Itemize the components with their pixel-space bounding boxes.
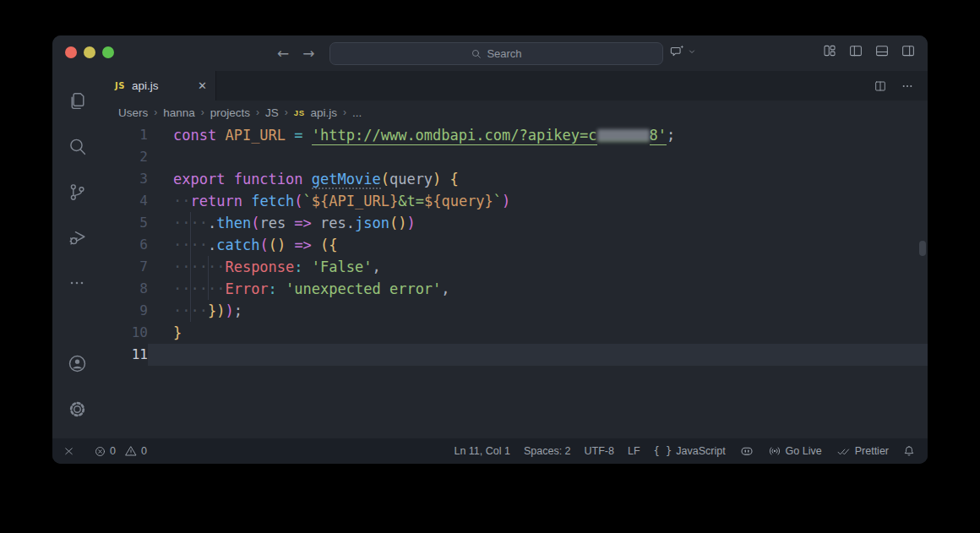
line-number[interactable]: 10 bbox=[101, 322, 148, 344]
breadcrumb: Users › hanna › projects › JS › JS api.j… bbox=[101, 101, 928, 124]
broadcast-icon bbox=[768, 444, 781, 458]
code-token: res bbox=[259, 215, 294, 231]
code-token: . bbox=[208, 215, 216, 231]
breadcrumb-separator: › bbox=[285, 106, 288, 118]
line-content[interactable] bbox=[148, 146, 928, 168]
code-line[interactable]: 10} bbox=[101, 322, 928, 344]
code-token: } bbox=[173, 324, 182, 341]
tab-close-button[interactable]: ✕ bbox=[198, 79, 207, 92]
vertical-scrollbar[interactable] bbox=[919, 241, 926, 256]
source-control-view-button[interactable] bbox=[52, 169, 101, 215]
line-number[interactable]: 6 bbox=[101, 234, 148, 256]
line-number[interactable]: 5 bbox=[101, 212, 148, 234]
code-token: 'False' bbox=[312, 258, 373, 275]
warning-icon bbox=[124, 444, 138, 458]
git-branch-icon bbox=[67, 182, 88, 203]
encoding-button[interactable]: UTF-8 bbox=[585, 445, 614, 457]
panel-bottom-icon bbox=[874, 43, 890, 58]
line-content[interactable]: ····.catch(() => ({ bbox=[148, 234, 928, 256]
cursor-position-button[interactable]: Ln 11, Col 1 bbox=[454, 445, 509, 457]
line-content[interactable]: export function getMovie(query) { bbox=[148, 168, 928, 190]
toggle-primary-sidebar-button[interactable] bbox=[848, 43, 863, 58]
more-views-button[interactable] bbox=[52, 260, 101, 306]
line-content[interactable]: ······Response: 'False', bbox=[148, 256, 928, 278]
go-live-button[interactable]: Go Live bbox=[768, 444, 822, 458]
line-number[interactable]: 8 bbox=[101, 278, 148, 300]
title-bar[interactable]: ← → Search bbox=[52, 35, 928, 71]
code-editor[interactable]: 1const API_URL = 'http://www.omdbapi.com… bbox=[101, 124, 928, 438]
code-line[interactable]: 7······Response: 'False', bbox=[101, 256, 928, 278]
copilot-chat-button[interactable] bbox=[669, 43, 697, 59]
code-token: ) bbox=[216, 302, 225, 319]
line-content[interactable]: ····})); bbox=[148, 300, 928, 322]
search-view-button[interactable] bbox=[52, 123, 101, 169]
line-content[interactable] bbox=[148, 344, 928, 366]
tab-api-js[interactable]: JS api.js ✕ bbox=[101, 71, 216, 101]
split-editor-button[interactable] bbox=[874, 79, 887, 93]
code-line[interactable]: 9····})); bbox=[101, 300, 928, 322]
code-line[interactable]: 6····.catch(() => ({ bbox=[101, 234, 928, 256]
code-token: query bbox=[389, 171, 433, 188]
code-line[interactable]: 11 bbox=[101, 344, 928, 366]
code-line[interactable]: 4··return fetch(`${API_URL}&t=${query}`) bbox=[101, 190, 928, 212]
explorer-view-button[interactable] bbox=[52, 78, 101, 123]
code-token: Response bbox=[225, 258, 294, 275]
line-number[interactable]: 2 bbox=[101, 146, 148, 168]
indentation-button[interactable]: Spaces: 2 bbox=[524, 445, 571, 457]
command-center-search[interactable]: Search bbox=[329, 42, 663, 65]
line-content[interactable]: ··return fetch(`${API_URL}&t=${query}`) bbox=[148, 190, 928, 212]
close-window-button[interactable] bbox=[65, 46, 77, 58]
code-token: ······ bbox=[173, 258, 225, 275]
problems-button[interactable]: 0 0 bbox=[94, 444, 147, 458]
toggle-panel-button[interactable] bbox=[874, 43, 890, 58]
accounts-button[interactable] bbox=[52, 340, 101, 386]
line-number[interactable]: 7 bbox=[101, 256, 148, 278]
prettier-button[interactable]: Prettier bbox=[836, 445, 889, 458]
account-icon bbox=[67, 353, 88, 374]
line-number[interactable]: 3 bbox=[101, 168, 148, 190]
code-token bbox=[277, 280, 286, 297]
code-line[interactable]: 5····.then(res => res.json()) bbox=[101, 212, 928, 234]
line-content[interactable]: ······Error: 'unexpected error', bbox=[148, 278, 928, 300]
remote-indicator-button[interactable] bbox=[63, 445, 75, 458]
breadcrumb-file[interactable]: api.js bbox=[310, 106, 337, 119]
error-icon bbox=[94, 445, 106, 458]
indent-guide bbox=[190, 212, 191, 234]
breadcrumb-item[interactable]: Users bbox=[118, 106, 148, 119]
zoom-window-button[interactable] bbox=[102, 46, 114, 58]
line-number[interactable]: 1 bbox=[101, 124, 148, 146]
copilot-status-button[interactable] bbox=[739, 443, 754, 459]
code-token: } bbox=[389, 193, 398, 209]
editor-more-actions-button[interactable] bbox=[901, 79, 914, 93]
line-content[interactable]: } bbox=[148, 322, 928, 344]
line-content[interactable]: const API_URL = 'http://www.omdbapi.com/… bbox=[148, 124, 928, 146]
line-number[interactable]: 9 bbox=[101, 300, 148, 322]
line-number[interactable]: 4 bbox=[101, 190, 148, 212]
toggle-secondary-sidebar-button[interactable] bbox=[901, 43, 916, 58]
breadcrumb-item[interactable]: hanna bbox=[163, 106, 195, 119]
code-line[interactable]: 8······Error: 'unexpected error', bbox=[101, 278, 928, 300]
breadcrumb-item[interactable]: projects bbox=[210, 106, 250, 119]
code-token: ; bbox=[234, 302, 242, 319]
code-token: , bbox=[372, 258, 380, 275]
eol-button[interactable]: LF bbox=[628, 445, 640, 457]
line-content[interactable]: ····.then(res => res.json()) bbox=[148, 212, 928, 234]
minimize-window-button[interactable] bbox=[84, 46, 95, 58]
breadcrumb-item[interactable]: JS bbox=[265, 106, 279, 119]
line-number[interactable]: 11 bbox=[101, 344, 148, 366]
breadcrumb-more[interactable]: ... bbox=[352, 106, 362, 119]
code-token: { bbox=[450, 171, 459, 188]
customize-layout-button[interactable] bbox=[822, 43, 837, 58]
debug-icon bbox=[67, 227, 88, 248]
code-line[interactable]: 2 bbox=[101, 146, 928, 168]
notifications-button[interactable] bbox=[902, 444, 916, 458]
navigate-back-button[interactable]: ← bbox=[277, 45, 289, 62]
settings-button[interactable] bbox=[52, 386, 101, 432]
code-line[interactable]: 1const API_URL = 'http://www.omdbapi.com… bbox=[101, 124, 928, 146]
navigate-forward-button[interactable]: → bbox=[302, 45, 314, 62]
run-debug-view-button[interactable] bbox=[52, 215, 101, 260]
language-mode-button[interactable]: { } JavaScript bbox=[654, 445, 726, 457]
indent-guide bbox=[190, 300, 191, 322]
code-line[interactable]: 3export function getMovie(query) { bbox=[101, 168, 928, 190]
js-file-icon: JS bbox=[294, 108, 305, 117]
